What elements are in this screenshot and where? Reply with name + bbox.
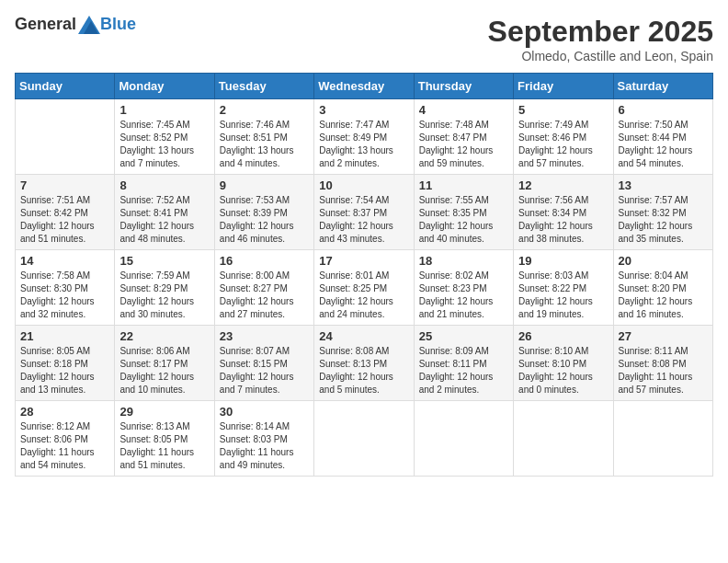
day-cell xyxy=(613,401,712,477)
day-cell xyxy=(314,401,414,477)
week-row-4: 28Sunrise: 8:12 AM Sunset: 8:06 PM Dayli… xyxy=(16,401,713,477)
day-number: 16 xyxy=(220,254,309,268)
day-number: 4 xyxy=(419,103,508,117)
day-info: Sunrise: 7:45 AM Sunset: 8:52 PM Dayligh… xyxy=(119,119,209,170)
day-number: 19 xyxy=(518,254,608,268)
day-cell: 22Sunrise: 8:06 AM Sunset: 8:17 PM Dayli… xyxy=(115,326,214,401)
day-info: Sunrise: 8:12 AM Sunset: 8:06 PM Dayligh… xyxy=(20,420,109,472)
day-info: Sunrise: 8:00 AM Sunset: 8:27 PM Dayligh… xyxy=(220,270,309,321)
header-row: SundayMondayTuesdayWednesdayThursdayFrid… xyxy=(16,74,713,99)
day-number: 15 xyxy=(119,254,209,268)
day-cell: 23Sunrise: 8:07 AM Sunset: 8:15 PM Dayli… xyxy=(214,326,313,401)
day-cell: 12Sunrise: 7:56 AM Sunset: 8:34 PM Dayli… xyxy=(514,175,613,250)
header-cell-wednesday: Wednesday xyxy=(314,74,414,99)
day-cell: 19Sunrise: 8:03 AM Sunset: 8:22 PM Dayli… xyxy=(514,250,613,326)
logo-general: General xyxy=(15,15,76,34)
day-number: 13 xyxy=(619,178,708,192)
day-cell: 13Sunrise: 7:57 AM Sunset: 8:32 PM Dayli… xyxy=(613,175,712,250)
day-info: Sunrise: 7:54 AM Sunset: 8:37 PM Dayligh… xyxy=(319,194,408,246)
day-number: 8 xyxy=(119,178,209,192)
day-info: Sunrise: 7:56 AM Sunset: 8:34 PM Dayligh… xyxy=(518,194,608,246)
day-info: Sunrise: 8:06 AM Sunset: 8:17 PM Dayligh… xyxy=(119,345,209,396)
day-cell xyxy=(414,401,513,477)
day-cell: 30Sunrise: 8:14 AM Sunset: 8:03 PM Dayli… xyxy=(214,401,313,477)
day-cell: 1Sunrise: 7:45 AM Sunset: 8:52 PM Daylig… xyxy=(115,99,214,175)
day-number: 2 xyxy=(220,103,309,117)
day-number: 23 xyxy=(220,329,309,343)
day-cell: 28Sunrise: 8:12 AM Sunset: 8:06 PM Dayli… xyxy=(16,401,115,477)
day-info: Sunrise: 8:05 AM Sunset: 8:18 PM Dayligh… xyxy=(20,345,109,396)
day-cell: 16Sunrise: 8:00 AM Sunset: 8:27 PM Dayli… xyxy=(214,250,313,326)
day-info: Sunrise: 8:04 AM Sunset: 8:20 PM Dayligh… xyxy=(619,270,708,321)
day-number: 3 xyxy=(319,103,408,117)
day-cell: 26Sunrise: 8:10 AM Sunset: 8:10 PM Dayli… xyxy=(514,326,613,401)
day-cell: 14Sunrise: 7:58 AM Sunset: 8:30 PM Dayli… xyxy=(16,250,115,326)
day-number: 9 xyxy=(220,178,309,192)
day-info: Sunrise: 8:10 AM Sunset: 8:10 PM Dayligh… xyxy=(518,345,608,396)
day-cell: 29Sunrise: 8:13 AM Sunset: 8:05 PM Dayli… xyxy=(115,401,214,477)
week-row-1: 7Sunrise: 7:51 AM Sunset: 8:42 PM Daylig… xyxy=(16,175,713,250)
day-number: 22 xyxy=(119,329,209,343)
week-row-3: 21Sunrise: 8:05 AM Sunset: 8:18 PM Dayli… xyxy=(16,326,713,401)
day-number: 7 xyxy=(20,178,109,192)
day-cell: 27Sunrise: 8:11 AM Sunset: 8:08 PM Dayli… xyxy=(613,326,712,401)
day-cell: 8Sunrise: 7:52 AM Sunset: 8:41 PM Daylig… xyxy=(115,175,214,250)
header-cell-tuesday: Tuesday xyxy=(214,74,313,99)
day-cell: 20Sunrise: 8:04 AM Sunset: 8:20 PM Dayli… xyxy=(613,250,712,326)
day-number: 24 xyxy=(319,329,408,343)
day-cell xyxy=(514,401,613,477)
day-number: 21 xyxy=(20,329,109,343)
calendar: SundayMondayTuesdayWednesdayThursdayFrid… xyxy=(15,73,713,477)
day-number: 20 xyxy=(619,254,708,268)
day-info: Sunrise: 7:59 AM Sunset: 8:29 PM Dayligh… xyxy=(119,270,209,321)
day-cell: 9Sunrise: 7:53 AM Sunset: 8:39 PM Daylig… xyxy=(214,175,313,250)
day-cell: 15Sunrise: 7:59 AM Sunset: 8:29 PM Dayli… xyxy=(115,250,214,326)
day-cell: 21Sunrise: 8:05 AM Sunset: 8:18 PM Dayli… xyxy=(16,326,115,401)
day-info: Sunrise: 8:14 AM Sunset: 8:03 PM Dayligh… xyxy=(220,420,309,472)
day-cell: 4Sunrise: 7:48 AM Sunset: 8:47 PM Daylig… xyxy=(414,99,513,175)
day-info: Sunrise: 8:02 AM Sunset: 8:23 PM Dayligh… xyxy=(419,270,508,321)
week-row-2: 14Sunrise: 7:58 AM Sunset: 8:30 PM Dayli… xyxy=(16,250,713,326)
day-number: 11 xyxy=(419,178,508,192)
day-info: Sunrise: 7:50 AM Sunset: 8:44 PM Dayligh… xyxy=(619,119,708,170)
header-cell-thursday: Thursday xyxy=(414,74,513,99)
day-info: Sunrise: 8:03 AM Sunset: 8:22 PM Dayligh… xyxy=(518,270,608,321)
day-info: Sunrise: 7:58 AM Sunset: 8:30 PM Dayligh… xyxy=(20,270,109,321)
day-info: Sunrise: 8:01 AM Sunset: 8:25 PM Dayligh… xyxy=(319,270,408,321)
day-cell: 5Sunrise: 7:49 AM Sunset: 8:46 PM Daylig… xyxy=(514,99,613,175)
header-cell-friday: Friday xyxy=(514,74,613,99)
logo-icon xyxy=(78,16,100,34)
day-number: 14 xyxy=(20,254,109,268)
main-title: September 2025 xyxy=(488,15,713,49)
day-cell: 2Sunrise: 7:46 AM Sunset: 8:51 PM Daylig… xyxy=(214,99,313,175)
day-info: Sunrise: 7:48 AM Sunset: 8:47 PM Dayligh… xyxy=(419,119,508,170)
day-cell: 10Sunrise: 7:54 AM Sunset: 8:37 PM Dayli… xyxy=(314,175,414,250)
day-cell xyxy=(16,99,115,175)
header-cell-saturday: Saturday xyxy=(613,74,712,99)
day-info: Sunrise: 8:09 AM Sunset: 8:11 PM Dayligh… xyxy=(419,345,508,396)
day-info: Sunrise: 7:46 AM Sunset: 8:51 PM Dayligh… xyxy=(220,119,309,170)
day-cell: 11Sunrise: 7:55 AM Sunset: 8:35 PM Dayli… xyxy=(414,175,513,250)
day-number: 10 xyxy=(319,178,408,192)
day-number: 12 xyxy=(518,178,608,192)
day-info: Sunrise: 7:49 AM Sunset: 8:46 PM Dayligh… xyxy=(518,119,608,170)
day-number: 30 xyxy=(220,405,309,419)
logo-blue: Blue xyxy=(100,15,136,34)
header-cell-monday: Monday xyxy=(115,74,214,99)
day-number: 18 xyxy=(419,254,508,268)
day-number: 29 xyxy=(119,405,209,419)
day-cell: 17Sunrise: 8:01 AM Sunset: 8:25 PM Dayli… xyxy=(314,250,414,326)
logo: General Blue xyxy=(15,15,136,34)
day-number: 5 xyxy=(518,103,608,117)
day-number: 17 xyxy=(319,254,408,268)
day-info: Sunrise: 7:47 AM Sunset: 8:49 PM Dayligh… xyxy=(319,119,408,170)
day-info: Sunrise: 8:13 AM Sunset: 8:05 PM Dayligh… xyxy=(119,420,209,472)
header: General Blue September 2025 Olmedo, Cast… xyxy=(15,15,713,63)
day-info: Sunrise: 7:55 AM Sunset: 8:35 PM Dayligh… xyxy=(419,194,508,246)
day-cell: 25Sunrise: 8:09 AM Sunset: 8:11 PM Dayli… xyxy=(414,326,513,401)
day-number: 25 xyxy=(419,329,508,343)
week-row-0: 1Sunrise: 7:45 AM Sunset: 8:52 PM Daylig… xyxy=(16,99,713,175)
day-cell: 24Sunrise: 8:08 AM Sunset: 8:13 PM Dayli… xyxy=(314,326,414,401)
day-cell: 18Sunrise: 8:02 AM Sunset: 8:23 PM Dayli… xyxy=(414,250,513,326)
day-info: Sunrise: 8:07 AM Sunset: 8:15 PM Dayligh… xyxy=(220,345,309,396)
